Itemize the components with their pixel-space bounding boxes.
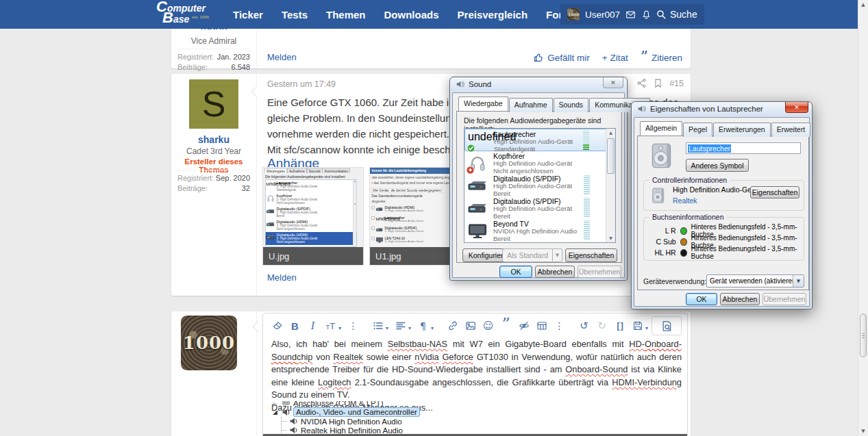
tree-row-selected: ◢Audio-, Video- und Gamecontroller — [271, 407, 420, 417]
list-icon[interactable] — [372, 320, 384, 332]
tab-pegel[interactable]: Pegel — [683, 123, 712, 137]
change-icon-button[interactable]: Anderes Symbol — [686, 159, 749, 172]
member-meta: Registriert:Jan. 2023Beiträge:6.548 — [177, 49, 250, 73]
member-meta-row: Beiträge:32 — [177, 183, 250, 194]
sound-device-item[interactable]: Digitalaudio (S/PDIF)High Definition Aud… — [464, 196, 606, 219]
nav-item-themen[interactable]: Themen — [326, 9, 366, 21]
table-icon[interactable] — [536, 320, 547, 332]
dialog-title: Eigenschaften von Lautsprecher — [650, 105, 763, 113]
align-icon[interactable] — [395, 320, 406, 332]
tab-allgemein[interactable]: Allgemein — [640, 121, 682, 136]
like-button[interactable]: Gefällt mir — [533, 52, 590, 63]
user-avatar: 1000 — [567, 8, 580, 21]
redo-icon[interactable]: ↻ — [596, 320, 608, 332]
attachment-thumbnail-1[interactable]: WiedergabeAufnahmeSoundsKommunikationDie… — [262, 167, 364, 266]
messages-envelope-icon[interactable] — [625, 10, 636, 20]
nav-item-downloads[interactable]: Downloads — [384, 9, 439, 21]
sound-device-item[interactable]: Beyond TVNVIDIA High Definition AudioBer… — [464, 219, 606, 242]
tab-sounds[interactable]: Sounds — [554, 98, 589, 112]
quote-button[interactable]: + Zitat — [602, 53, 628, 63]
dropdown-caret-icon[interactable]: ▾ — [408, 325, 411, 331]
set-default-button[interactable]: Als Standard▼ — [502, 248, 562, 262]
tab-wiedergabe[interactable]: Wiedergabe — [458, 97, 508, 111]
image-icon[interactable] — [464, 320, 476, 332]
general-tab-page: Lautsprecher Anderes Symbol Controllerin… — [637, 136, 809, 290]
tab-aufnahme[interactable]: Aufnahme — [509, 98, 553, 112]
playback-devices-list[interactable]: undefinedLautsprecherHigh Definition Aud… — [464, 128, 616, 243]
member-meta-row: Beiträge:6.548 — [177, 62, 250, 73]
post-actions: Gefällt mir + Zitat ”Zitieren — [533, 52, 682, 63]
bookmark-icon[interactable] — [653, 78, 663, 88]
code-icon[interactable]: [ ] — [614, 320, 625, 332]
search-button[interactable]: Suche — [649, 4, 704, 25]
ok-button[interactable]: OK — [499, 266, 532, 278]
reply-paragraph: Also, ich hab' bei meinem Selbstbau-NAS … — [271, 338, 682, 402]
apply-button[interactable]: Übernehmen — [578, 266, 621, 278]
device-manager-screenshot[interactable]: ▷Anschlüsse (COM & LPT)◢Audio-, Video- u… — [271, 401, 420, 435]
remove-format-icon[interactable] — [271, 320, 283, 332]
paragraph-icon[interactable]: ¶ — [417, 320, 429, 332]
link-icon[interactable] — [447, 320, 458, 332]
sound-device-item[interactable]: Digitalaudio (S/PDIF)High Definition Aud… — [464, 174, 606, 196]
sound-device-item[interactable]: KopfhörerHigh Definition Audio-GerätNich… — [464, 151, 606, 174]
nav-item-preisvergleich[interactable]: Preisvergleich — [458, 9, 528, 21]
more-icon[interactable]: ⋮ — [554, 320, 565, 332]
nav-item-tests[interactable]: Tests — [282, 9, 308, 21]
page-scrollbar[interactable]: ▲ ▼ — [858, 0, 868, 436]
post-timestamp[interactable]: Gestern um 17:49 — [267, 79, 336, 89]
properties-dialog-titlebar[interactable]: Eigenschaften von Lautsprecher — [637, 104, 763, 114]
report-link[interactable]: Melden — [267, 52, 297, 62]
dropdown-caret-icon[interactable]: ▾ — [431, 325, 434, 331]
share-icon[interactable] — [636, 78, 647, 88]
vendor-link[interactable]: Realtek — [673, 196, 697, 205]
ok-button[interactable]: OK — [686, 293, 717, 305]
more-icon[interactable]: ⋮ — [347, 320, 359, 332]
preview-icon — [661, 320, 673, 332]
report-link[interactable]: Melden — [267, 272, 297, 283]
close-button[interactable]: ✕ — [603, 77, 623, 88]
avatar[interactable]: 1000 — [181, 316, 237, 370]
list-scrollbar[interactable]: ▲▼ — [606, 129, 615, 242]
attachment-filename: U.jpg — [263, 247, 363, 265]
properties-button[interactable]: Eigenschaften — [565, 248, 617, 262]
apply-button[interactable]: Übernehmen — [762, 293, 806, 305]
save-icon[interactable] — [632, 320, 643, 332]
quote-icon[interactable]: ” — [500, 320, 512, 332]
tab-erweitert[interactable]: Erweitert — [771, 123, 810, 137]
smiley-icon[interactable]: ☺ — [482, 320, 494, 332]
tab-erweiterungen[interactable]: Erweiterungen — [713, 123, 771, 137]
speaker-icon — [456, 79, 465, 89]
spoiler-icon[interactable] — [518, 320, 530, 332]
sound-device-item[interactable]: undefinedLautsprecherHigh Definition Aud… — [464, 129, 606, 151]
controller-properties-button[interactable]: Eigenschaften — [750, 186, 799, 198]
controller-icon — [649, 187, 667, 205]
nav-item-ticker[interactable]: Ticker — [233, 9, 263, 21]
post-number[interactable]: #15 — [669, 79, 684, 88]
scrollbar-thumb[interactable] — [860, 313, 867, 357]
font-size-icon[interactable]: TT — [325, 320, 336, 332]
member-meta-row: Registriert:Sep. 2020 — [177, 173, 250, 183]
device-usage-dropdown[interactable]: Gerät verwenden (aktivieren) ▼ — [706, 274, 804, 287]
username-link[interactable]: sharku — [171, 134, 256, 145]
italic-icon[interactable]: I — [307, 320, 319, 332]
avatar[interactable]: S — [189, 79, 238, 129]
playback-tab-page: Die folgenden Audiowiedergabegeräte sind… — [456, 111, 622, 263]
bold-icon[interactable]: B — [289, 320, 301, 332]
scroll-up-arrow[interactable]: ▲ — [858, 0, 868, 10]
dropdown-caret-icon[interactable]: ▾ — [645, 325, 648, 331]
computerbase-logo[interactable]: Computer Base est. 1999 — [156, 2, 209, 24]
cite-button[interactable]: ”Zitieren — [641, 53, 682, 63]
dropdown-caret-icon[interactable]: ▾ — [386, 325, 388, 331]
undo-icon[interactable]: ↺ — [578, 320, 590, 332]
cancel-button[interactable]: Abbrechen — [535, 266, 575, 278]
user-menu[interactable]: 1000 User007 — [560, 4, 658, 25]
cancel-button[interactable]: Abbrechen — [720, 293, 760, 305]
device-name-input[interactable]: Lautsprecher — [686, 142, 801, 154]
jack-color-dot — [680, 249, 687, 257]
preview-button[interactable] — [652, 316, 682, 335]
rich-text-editor[interactable]: BITT▾⋮▾▾¶▾☺”⋮↺↻[ ]▾ Also, ich hab' bei m… — [262, 313, 688, 436]
dropdown-caret-icon[interactable]: ▾ — [338, 325, 341, 331]
close-button[interactable]: ✕ — [785, 102, 808, 113]
sound-dialog-titlebar[interactable]: Sound — [456, 79, 491, 89]
scroll-down-arrow[interactable]: ▼ — [858, 426, 868, 436]
